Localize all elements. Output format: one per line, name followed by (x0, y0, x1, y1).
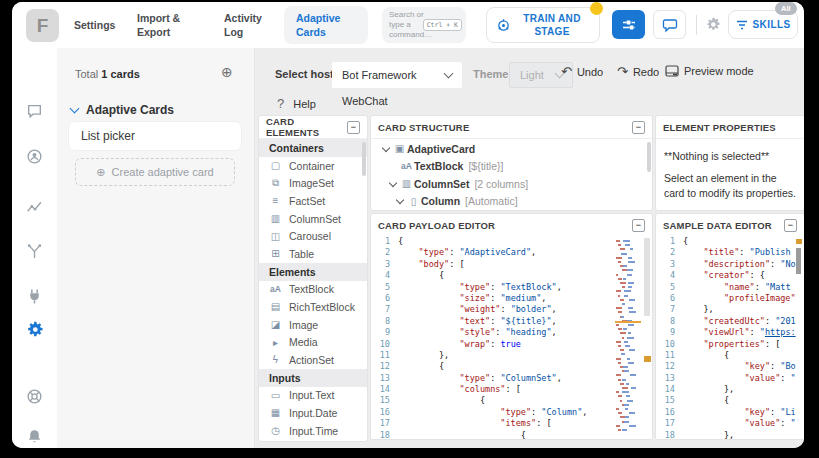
palette-item-columnset[interactable]: ▥ColumnSet (259, 210, 367, 228)
tree-node-label: ColumnSet (414, 178, 469, 190)
app-logo[interactable]: F (26, 9, 59, 42)
sample-code-editor[interactable]: 1{2 "title": "Publish 3 "description": "… (656, 236, 804, 439)
structure-scrollbar[interactable] (647, 142, 651, 172)
tab-settings[interactable]: Settings (74, 19, 115, 33)
payload-code-editor[interactable]: 1{2 "type": "AdaptiveCard",3 "body": [4 … (371, 236, 652, 439)
palette-group-inputs: Inputs (259, 369, 367, 387)
code-line: 9 "viewUrl": "https: (656, 327, 804, 338)
collapse-icon[interactable]: − (632, 121, 645, 134)
tab-adaptive-cards[interactable]: Adaptive Cards (284, 6, 368, 44)
palette-group-elements: Elements (259, 263, 367, 281)
palette-item-input-text[interactable]: ▭Input.Text (259, 387, 367, 405)
palette-item-actionset[interactable]: ϟActionSet (259, 351, 367, 369)
line-number: 15 (371, 395, 398, 406)
adaptive-cards-group[interactable]: Adaptive Cards (71, 103, 174, 117)
adaptivecard-icon: ▣ (392, 143, 407, 154)
help-button[interactable]: ? Help (277, 96, 316, 111)
settings-gear-button[interactable] (704, 15, 722, 33)
tree-node-label: Column (421, 195, 460, 207)
palette-item-media[interactable]: ▸Media (259, 333, 367, 351)
insights-button[interactable] (612, 10, 645, 39)
tree-node-column[interactable]: ▯Column[Automatic] (371, 193, 652, 211)
cards-sidebar-panel: Total 1 cards ⊕ Adaptive Cards List pick… (57, 48, 255, 448)
line-number: 5 (371, 282, 398, 293)
line-number: 1 (371, 236, 398, 247)
card-structure-tree: ▣AdaptiveCardaATextBlock[${title}]▥Colum… (371, 140, 652, 210)
undo-button[interactable]: ↶ Undo (561, 65, 603, 78)
palette-scrollbar[interactable] (362, 142, 366, 176)
card-list-item[interactable]: List picker (69, 122, 241, 150)
redo-icon: ↷ (617, 65, 628, 78)
train-and-stage-button[interactable]: TRAIN AND STAGE (486, 7, 600, 43)
scrollbar-thumb[interactable] (644, 238, 650, 316)
search-shortcut-badge: Ctrl + K (423, 19, 462, 31)
analytics-icon[interactable] (26, 198, 44, 216)
scrollbar-marker (796, 239, 802, 244)
code-line: 17 "value": " (656, 418, 804, 429)
tree-node-image[interactable]: ◪Image (371, 210, 652, 211)
palette-item-label: Input.Text (289, 389, 335, 401)
card-elements-list: Containers▢Container⧉ImageSet≡FactSet▥Co… (259, 139, 367, 441)
line-number: 3 (656, 259, 683, 270)
plus-circle-icon: ⊕ (96, 166, 105, 179)
code-line: 18 { (371, 430, 652, 439)
gear-icon[interactable] (26, 320, 44, 338)
chat-icon[interactable] (26, 103, 44, 121)
create-adaptive-card-button[interactable]: ⊕ Create adaptive card (75, 158, 235, 186)
palette-item-factset[interactable]: ≡FactSet (259, 192, 367, 210)
card-elements-header: CARD ELEMENTS − (259, 116, 367, 139)
plug-icon[interactable] (26, 288, 44, 306)
collapse-icon[interactable]: − (347, 121, 360, 134)
group-label: Adaptive Cards (86, 103, 174, 117)
chat-button[interactable] (653, 10, 686, 39)
tab-activity-log[interactable]: Activity Log (224, 12, 272, 39)
line-number: 16 (371, 407, 398, 418)
help-label: Help (293, 98, 316, 110)
chevron-down-icon[interactable] (386, 182, 399, 186)
globe-icon[interactable] (26, 388, 44, 406)
code-line: 15 { (656, 395, 804, 406)
editor-scrollbar[interactable] (642, 236, 652, 439)
palette-item-input-date[interactable]: ▦Input.Date (259, 404, 367, 422)
richtextblock-icon: ▤ (269, 301, 282, 312)
line-number: 14 (371, 384, 398, 395)
line-number: 2 (371, 247, 398, 258)
tree-node-adaptivecard[interactable]: ▣AdaptiveCard (371, 140, 652, 158)
palette-item-label: ActionSet (289, 354, 334, 366)
palette-item-input-time[interactable]: ◷Input.Time (259, 422, 367, 440)
tree-node-columnset[interactable]: ▥ColumnSet[2 columns] (371, 175, 652, 193)
flow-branch-icon[interactable] (26, 243, 44, 261)
line-number: 6 (371, 293, 398, 304)
palette-item-richtextblock[interactable]: ▤RichTextBlock (259, 298, 367, 316)
palette-item-table[interactable]: ⊞Table (259, 245, 367, 263)
tree-node-textblock[interactable]: aATextBlock[${title}] (371, 158, 652, 176)
scrollbar-thumb[interactable] (796, 248, 801, 274)
card-payload-editor-panel: CARD PAYLOAD EDITOR − 1{2 "type": "Adapt… (370, 213, 653, 440)
agent-icon[interactable] (26, 148, 44, 166)
line-number: 17 (656, 418, 683, 429)
collapse-icon[interactable]: − (632, 219, 645, 232)
code-line: 6 "profileImage" (656, 293, 804, 304)
palette-item-imageset[interactable]: ⧉ImageSet (259, 175, 367, 193)
tab-import-export[interactable]: Import & Export (137, 12, 189, 39)
editor-minimap[interactable] (615, 238, 641, 435)
collapse-icon[interactable]: − (784, 219, 797, 232)
left-icon-rail (12, 48, 58, 448)
chevron-down-icon[interactable] (393, 199, 406, 203)
line-number: 17 (371, 418, 398, 429)
palette-item-image[interactable]: ◪Image (259, 316, 367, 334)
palette-item-label: Media (289, 336, 318, 348)
bell-icon[interactable] (26, 428, 44, 446)
plus-circle-icon[interactable]: ⊕ (221, 64, 233, 80)
preview-mode-button[interactable]: Preview mode (665, 65, 754, 77)
chevron-down-icon[interactable] (379, 147, 392, 151)
palette-item-textblock[interactable]: aATextBlock (259, 281, 367, 299)
command-search-input[interactable]: Search or type a command… Ctrl + K (382, 7, 466, 43)
code-line: 4 { (371, 270, 652, 281)
redo-button[interactable]: ↷ Redo (617, 65, 659, 78)
editor-scrollbar[interactable] (794, 236, 804, 439)
code-line: 1{ (656, 236, 804, 247)
host-app-select[interactable]: Bot Framework WebChat (332, 62, 462, 88)
palette-item-carousel[interactable]: ◫Carousel (259, 227, 367, 245)
palette-item-container[interactable]: ▢Container (259, 157, 367, 175)
